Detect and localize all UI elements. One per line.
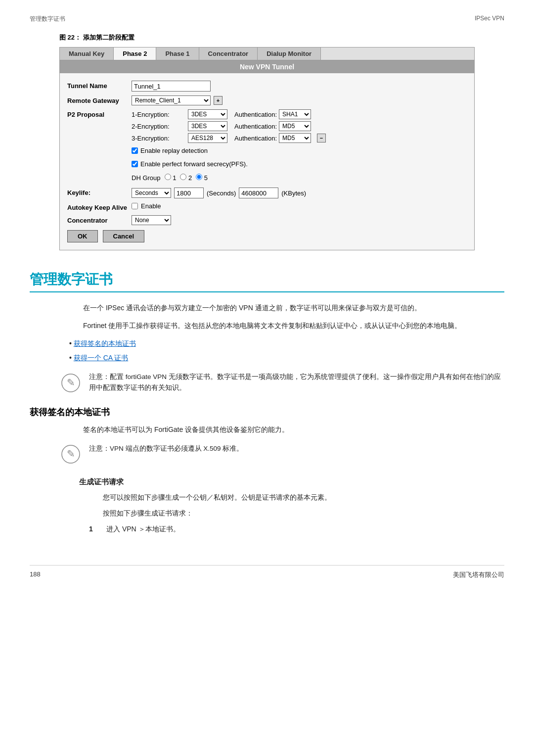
proposal-3-encryption[interactable]: AES128 bbox=[188, 133, 227, 143]
tab-manual-key[interactable]: Manual Key bbox=[60, 47, 114, 60]
section-body-p1: 在一个 IPSec 通讯会话的参与双方建立一个加密的 VPN 通道之前，数字证书… bbox=[69, 302, 504, 314]
remove-proposal-button[interactable]: − bbox=[317, 134, 326, 142]
dh-group-row: DH Group 1 2 5 bbox=[132, 174, 467, 182]
svg-text:✎: ✎ bbox=[66, 377, 75, 388]
proposal-1-prefix: 1-Encryption: bbox=[132, 111, 186, 118]
tab-dialup-monitor[interactable]: Dialup Monitor bbox=[258, 47, 321, 60]
keylife-inner-row: Seconds (Seconds) (KBytes) bbox=[132, 188, 306, 198]
sub-subsection-title: 生成证书请求 bbox=[79, 475, 504, 488]
dh-radio-1[interactable] bbox=[165, 174, 171, 180]
main-section: 管理数字证书 在一个 IPSec 通讯会话的参与双方建立一个加密的 VPN 通道… bbox=[30, 270, 504, 535]
subsection1-body: 签名的本地证书可以为 FortiGate 设备提供其他设备鉴别它的能力。 ✎ 注… bbox=[69, 424, 504, 535]
bullet-item-2: 获得一个 CA 证书 bbox=[69, 352, 504, 364]
sub-subsection-body: 您可以按照如下步骤生成一个公钥／私钥对。公钥是证书请求的基本元素。 按照如下步骤… bbox=[89, 492, 504, 535]
tab-phase1[interactable]: Phase 1 bbox=[156, 47, 199, 60]
p2-proposal-block: 1-Encryption: 3DES Authentication: SHA1 … bbox=[132, 109, 467, 184]
keylife-input[interactable] bbox=[174, 188, 204, 198]
autokey-value: Enable bbox=[132, 202, 467, 210]
note-text-2: 注意：VPN 端点的数字证书必须遵从 X.509 标准。 bbox=[89, 443, 243, 454]
autokey-checkbox-label: Enable bbox=[141, 202, 161, 210]
concentrator-select[interactable]: None bbox=[132, 215, 171, 225]
enable-replay-checkbox[interactable] bbox=[132, 147, 138, 154]
note-box-2: ✎ 注意：VPN 端点的数字证书必须遵从 X.509 标准。 bbox=[59, 443, 504, 466]
step-1-num: 1 bbox=[89, 523, 99, 535]
proposal-1-encryption[interactable]: 3DES bbox=[188, 109, 227, 119]
bullet-item-1: 获得签名的本地证书 bbox=[69, 338, 504, 350]
proposal-2-encryption[interactable]: 3DES bbox=[188, 121, 227, 131]
enable-pfs-row: Enable perfect forward secrecy(PFS). bbox=[132, 160, 467, 168]
concentrator-label: Concentrator bbox=[67, 215, 132, 224]
breadcrumb-right: IPSec VPN bbox=[475, 15, 504, 23]
proposal-1-auth[interactable]: SHA1 bbox=[279, 109, 311, 119]
autokey-row: Autokey Keep Alive Enable bbox=[67, 202, 467, 211]
autokey-inner-row: Enable bbox=[132, 202, 161, 210]
keylife-row: Keylife: Seconds (Seconds) (KBytes) bbox=[67, 188, 467, 198]
bullet-link-1[interactable]: 获得签名的本地证书 bbox=[74, 339, 136, 347]
cancel-button[interactable]: Cancel bbox=[103, 230, 145, 242]
tab-phase2[interactable]: Phase 2 bbox=[114, 47, 156, 60]
note-box-1: ✎ 注意：配置 fortiGate VPN 无须数字证书。数字证书是一项高级功能… bbox=[59, 372, 504, 394]
proposal-2-prefix: 2-Encryption: bbox=[132, 123, 186, 130]
section-body-p2: Fortinet 使用手工操作获得证书。这包括从您的本地电脑将文本文件复制和粘贴… bbox=[69, 320, 504, 332]
tunnel-name-row: Tunnel Name bbox=[67, 81, 467, 92]
add-gateway-button[interactable]: + bbox=[214, 96, 222, 105]
dh-group-label: DH Group bbox=[132, 174, 161, 182]
concentrator-value: None bbox=[132, 215, 467, 225]
dh-5-label: 5 bbox=[196, 174, 208, 182]
page-header: 管理数字证书 IPSec VPN bbox=[30, 15, 504, 23]
autokey-checkbox[interactable] bbox=[132, 203, 138, 209]
button-row: OK Cancel bbox=[67, 230, 467, 242]
bullet-link-2[interactable]: 获得一个 CA 证书 bbox=[74, 354, 128, 362]
sub-subsection-p2: 按照如下步骤生成证书请求： bbox=[89, 508, 504, 520]
keylife-label: Keylife: bbox=[67, 188, 132, 196]
tunnel-name-label: Tunnel Name bbox=[67, 81, 132, 90]
proposal-3-auth[interactable]: MD5 bbox=[279, 133, 311, 143]
proposal-2-auth[interactable]: MD5 bbox=[279, 121, 311, 131]
vpn-dialog-wrapper: Manual Key Phase 2 Phase 1 Concentrator … bbox=[59, 47, 475, 250]
footer-company: 美国飞塔有限公司 bbox=[453, 570, 504, 579]
step-1-text: 进入 VPN ＞本地证书。 bbox=[106, 523, 180, 535]
subsection1-title: 获得签名的本地证书 bbox=[30, 406, 504, 418]
tunnel-name-value bbox=[132, 81, 467, 92]
proposal-3-prefix: 3-Encryption: bbox=[132, 135, 186, 142]
keylife-unit3-label: (KBytes) bbox=[281, 189, 306, 197]
enable-replay-row: Enable replay detection bbox=[132, 147, 467, 154]
subsection1-body-text: 签名的本地证书可以为 FortiGate 设备提供其他设备鉴别它的能力。 bbox=[69, 424, 504, 436]
step-1: 1 进入 VPN ＞本地证书。 bbox=[89, 523, 504, 535]
keylife-unit-select[interactable]: Seconds bbox=[132, 188, 171, 198]
remote-gateway-label: Remote Gateway bbox=[67, 95, 132, 104]
tunnel-name-input[interactable] bbox=[132, 81, 211, 92]
figure-caption: 图 22： 添加第二阶段配置 bbox=[59, 33, 504, 42]
enable-replay-label: Enable replay detection bbox=[140, 147, 208, 154]
remote-gateway-select[interactable]: Remote_Client_1 bbox=[132, 95, 211, 105]
form-body: Tunnel Name Remote Gateway Remote_Client… bbox=[60, 78, 474, 250]
breadcrumb-left: 管理数字证书 bbox=[30, 15, 65, 23]
svg-text:✎: ✎ bbox=[66, 448, 75, 459]
keylife-unit2-label: (Seconds) bbox=[207, 189, 236, 197]
form-title: New VPN Tunnel bbox=[60, 60, 474, 73]
concentrator-row: Concentrator None bbox=[67, 215, 467, 225]
proposal-row-1: 1-Encryption: 3DES Authentication: SHA1 bbox=[132, 109, 467, 119]
autokey-label: Autokey Keep Alive bbox=[67, 202, 132, 211]
dh-radio-5[interactable] bbox=[196, 174, 202, 180]
tab-concentrator[interactable]: Concentrator bbox=[199, 47, 258, 60]
section-title: 管理数字证书 bbox=[30, 270, 504, 292]
ok-button[interactable]: OK bbox=[67, 230, 98, 242]
sub-subsection-p1: 您可以按照如下步骤生成一个公钥／私钥对。公钥是证书请求的基本元素。 bbox=[89, 492, 504, 504]
form-container: New VPN Tunnel Tunnel Name Remote Gatewa… bbox=[59, 60, 475, 250]
page: 管理数字证书 IPSec VPN 图 22： 添加第二阶段配置 Manual K… bbox=[0, 0, 534, 756]
p2-proposal-label: P2 Proposal bbox=[67, 109, 132, 118]
proposal-2-auth-label: Authentication: bbox=[234, 123, 277, 130]
dh-radio-2[interactable] bbox=[180, 174, 186, 180]
keylife-input2[interactable] bbox=[239, 188, 278, 198]
p2-proposal-row: P2 Proposal 1-Encryption: 3DES Authentic… bbox=[67, 109, 467, 184]
dh-2-label: 2 bbox=[180, 174, 192, 182]
note-text-1: 注意：配置 fortiGate VPN 无须数字证书。数字证书是一项高级功能，它… bbox=[89, 372, 504, 393]
page-footer: 188 美国飞塔有限公司 bbox=[30, 565, 504, 579]
tab-strip: Manual Key Phase 2 Phase 1 Concentrator … bbox=[59, 47, 475, 60]
footer-page-number: 188 bbox=[30, 570, 41, 579]
enable-pfs-checkbox[interactable] bbox=[132, 161, 138, 167]
note-icon-2: ✎ bbox=[59, 443, 82, 466]
note-icon-1: ✎ bbox=[59, 372, 82, 394]
bullet-list: 获得签名的本地证书 获得一个 CA 证书 bbox=[69, 338, 504, 365]
